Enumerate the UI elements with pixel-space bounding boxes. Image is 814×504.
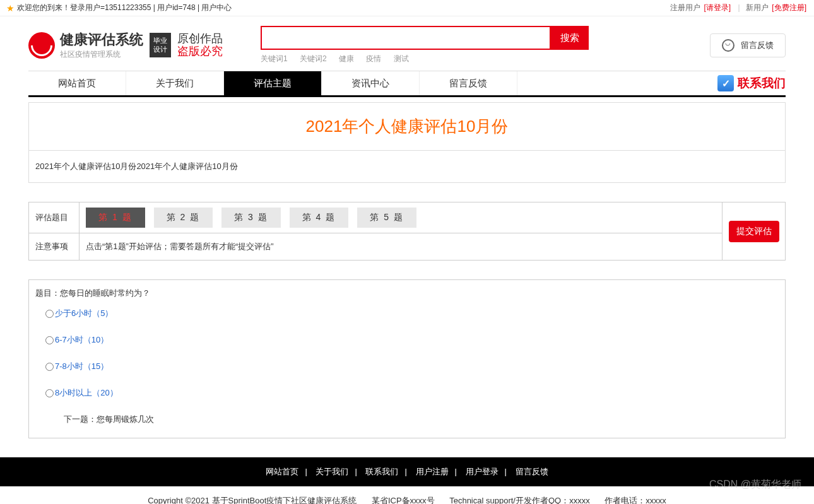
- q-btn-5[interactable]: 第 5 题: [357, 208, 416, 228]
- contact-label: 联系我们: [738, 75, 786, 91]
- eval-q-buttons: 第 1 题 第 2 题 第 3 题 第 4 题 第 5 题: [80, 202, 722, 233]
- footer-link[interactable]: 联系我们: [365, 467, 398, 476]
- content: 2021年个人健康评估10月份 2021年个人健康评估10月份2021年个人健康…: [0, 102, 814, 438]
- icp-text: 某省ICP备xxxx号: [372, 496, 435, 504]
- keyword-item[interactable]: 疫情: [366, 54, 381, 63]
- copyright-text: Copyright ©2021 基于SprintBoot疫情下社区健康评估系统: [148, 496, 357, 504]
- logo-badge: 毕业 设计: [150, 33, 171, 57]
- eval-label-q: 评估题目: [29, 202, 80, 233]
- phone-text: 作者电话：xxxxx: [605, 496, 666, 504]
- option-2[interactable]: 6-7小时（10）: [45, 334, 779, 346]
- q-btn-3[interactable]: 第 3 题: [221, 208, 281, 228]
- footer-nav: 网站首页| 关于我们| 联系我们| 用户注册| 用户登录| 留言反馈: [0, 457, 814, 486]
- footer-link[interactable]: 关于我们: [316, 467, 348, 476]
- option-label[interactable]: 7-8小时（15）: [55, 361, 109, 372]
- star-icon: ★: [6, 3, 15, 13]
- option-label[interactable]: 少于6小时（5）: [55, 308, 113, 319]
- submit-button[interactable]: 提交评估: [729, 221, 779, 242]
- keyword-item[interactable]: 测试: [394, 54, 409, 63]
- footer-link[interactable]: 留言反馈: [516, 467, 548, 476]
- option-3[interactable]: 7-8小时（15）: [45, 361, 779, 372]
- reg-user-label: 注册用户: [670, 3, 700, 12]
- logo-script: 原创作品 盗版必究: [177, 33, 223, 58]
- eval-right: 提交评估: [722, 202, 785, 260]
- keyword-item[interactable]: 关键词1: [261, 54, 288, 63]
- logo-text: 健康评估系统 社区疫情管理系统: [60, 30, 143, 60]
- top-bar: ★ 欢迎您的到来！登录用户=13511223355 | 用户id=748 | 用…: [0, 0, 814, 16]
- page-desc: 2021年个人健康评估10月份2021年个人健康评估10月份: [28, 151, 786, 183]
- option-label[interactable]: 8小时以上（20）: [55, 387, 118, 399]
- footer-link[interactable]: 网站首页: [266, 467, 298, 476]
- eval-row-note: 注意事项 点击“第1题”开始评估；需要答题所有才能“提交评估”: [29, 233, 722, 260]
- welcome-text[interactable]: 欢迎您的到来！登录用户=13511223355 | 用户id=748 | 用户中…: [17, 3, 232, 13]
- option-4[interactable]: 8小时以上（20）: [45, 387, 779, 399]
- nav-eval[interactable]: 评估主题: [224, 71, 322, 95]
- logo-area[interactable]: 健康评估系统 社区疫情管理系统 毕业 设计 原创作品 盗版必究: [28, 30, 223, 60]
- contact-us[interactable]: ✓ 联系我们: [717, 75, 786, 91]
- nav-feedback[interactable]: 留言反馈: [420, 71, 517, 95]
- search-button[interactable]: 搜索: [551, 26, 589, 50]
- radio-2[interactable]: [45, 336, 54, 344]
- feedback-button[interactable]: 留言反馈: [710, 33, 786, 57]
- search-area: 搜索 关键词1 关键词2 健康 疫情 测试: [261, 26, 589, 64]
- top-left: ★ 欢迎您的到来！登录用户=13511223355 | 用户id=748 | 用…: [6, 3, 232, 13]
- keyword-item[interactable]: 关键词2: [300, 54, 327, 63]
- check-icon: ✓: [717, 75, 734, 91]
- question-box: 题目：您每日的睡眠时常约为？ 少于6小时（5） 6-7小时（10） 7-8小时（…: [28, 279, 786, 438]
- copyright: Copyright ©2021 基于SprintBoot疫情下社区健康评估系统 …: [0, 486, 814, 504]
- search-box: 搜索: [261, 26, 589, 50]
- q-btn-1[interactable]: 第 1 题: [86, 208, 145, 228]
- option-1[interactable]: 少于6小时（5）: [45, 308, 779, 319]
- eval-table: 评估题目 第 1 题 第 2 题 第 3 题 第 4 题 第 5 题 注意事项 …: [28, 202, 786, 261]
- question-title: 题目：您每日的睡眠时常约为？: [35, 288, 779, 299]
- nav-news[interactable]: 资讯中心: [322, 71, 420, 95]
- nav-about[interactable]: 关于我们: [126, 71, 224, 95]
- free-reg-link[interactable]: [免费注册]: [772, 3, 806, 12]
- search-input[interactable]: [261, 26, 551, 50]
- search-keywords: 关键词1 关键词2 健康 疫情 测试: [261, 54, 589, 64]
- footer-link[interactable]: 用户登录: [466, 467, 498, 476]
- headset-icon: [722, 39, 734, 52]
- separator: |: [738, 3, 740, 12]
- feedback-label: 留言反馈: [741, 40, 774, 51]
- radio-3[interactable]: [45, 363, 54, 371]
- tech-text: Technical support/开发作者QQ：xxxxx: [449, 496, 590, 504]
- nav-home[interactable]: 网站首页: [28, 71, 126, 95]
- top-right: 注册用户 [请登录] | 新用户 [免费注册]: [670, 3, 808, 13]
- radio-4[interactable]: [45, 389, 54, 397]
- radio-1[interactable]: [45, 310, 54, 318]
- logo-icon: [28, 32, 55, 59]
- header: 健康评估系统 社区疫情管理系统 毕业 设计 原创作品 盗版必究 搜索 关键词1 …: [0, 16, 814, 71]
- login-link[interactable]: [请登录]: [704, 3, 731, 12]
- footer-link[interactable]: 用户注册: [416, 467, 449, 476]
- eval-label-note: 注意事项: [29, 233, 80, 260]
- new-user-label: 新用户: [746, 3, 769, 12]
- logo-title: 健康评估系统: [60, 30, 143, 49]
- eval-row-questions: 评估题目 第 1 题 第 2 题 第 3 题 第 4 题 第 5 题: [29, 202, 722, 233]
- q-btn-2[interactable]: 第 2 题: [154, 208, 213, 228]
- option-label[interactable]: 6-7小时（10）: [55, 334, 109, 346]
- eval-note-text: 点击“第1题”开始评估；需要答题所有才能“提交评估”: [80, 236, 722, 257]
- eval-left: 评估题目 第 1 题 第 2 题 第 3 题 第 4 题 第 5 题 注意事项 …: [29, 202, 722, 260]
- logo-subtitle: 社区疫情管理系统: [60, 49, 143, 60]
- keyword-item[interactable]: 健康: [339, 54, 354, 63]
- next-question: 下一题：您每周锻炼几次: [64, 414, 779, 425]
- main-nav: 网站首页 关于我们 评估主题 资讯中心 留言反馈 ✓ 联系我们: [28, 71, 786, 97]
- page-title: 2021年个人健康评估10月份: [28, 102, 786, 151]
- watermark: CSDN @黄菊华老师: [709, 478, 801, 491]
- q-btn-4[interactable]: 第 4 题: [290, 208, 349, 228]
